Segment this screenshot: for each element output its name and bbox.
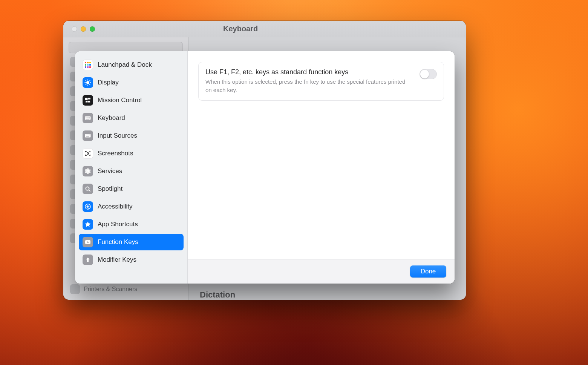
setting-description: When this option is selected, press the … bbox=[205, 78, 412, 94]
svg-rect-41 bbox=[89, 135, 90, 135]
svg-rect-19 bbox=[88, 98, 91, 99]
desktop-wallpaper: Keyboard Printers & Scanner bbox=[0, 0, 588, 365]
svg-line-45 bbox=[89, 190, 90, 192]
sidebar-item-label: Mission Control bbox=[98, 97, 142, 104]
keyboard-icon bbox=[83, 113, 93, 123]
function-keys-icon: fn bbox=[83, 237, 93, 247]
svg-rect-18 bbox=[85, 98, 88, 100]
sidebar-item-spotlight[interactable]: Spotlight bbox=[79, 181, 184, 197]
sidebar-item-services[interactable]: Services bbox=[79, 163, 184, 179]
svg-rect-30 bbox=[86, 118, 86, 119]
svg-rect-38 bbox=[87, 135, 87, 135]
svg-rect-31 bbox=[87, 118, 87, 119]
svg-rect-20 bbox=[88, 100, 91, 100]
sidebar-item-screenshots[interactable]: Screenshots bbox=[79, 145, 184, 162]
minimize-window-button[interactable] bbox=[81, 26, 86, 32]
zoom-window-button[interactable] bbox=[90, 26, 95, 32]
sidebar-item-launchpad[interactable]: Launchpad & Dock bbox=[79, 57, 184, 73]
sheet-sidebar: Launchpad & Dock Display bbox=[75, 51, 188, 284]
sidebar-item-modifier-keys[interactable]: Modifier Keys bbox=[79, 252, 184, 268]
svg-rect-4 bbox=[87, 64, 89, 66]
svg-point-43 bbox=[87, 153, 89, 154]
sheet-footer: Done bbox=[188, 259, 455, 284]
window-titlebar: Keyboard bbox=[63, 21, 466, 37]
svg-rect-34 bbox=[89, 118, 90, 119]
bg-sidebar-item-printers: Printers & Scanners bbox=[84, 286, 137, 293]
display-icon bbox=[83, 77, 93, 88]
close-window-button[interactable] bbox=[72, 26, 77, 32]
svg-rect-26 bbox=[87, 117, 87, 118]
svg-rect-0 bbox=[85, 62, 86, 63]
svg-rect-37 bbox=[86, 135, 86, 135]
svg-rect-8 bbox=[89, 66, 91, 68]
screenshots-icon bbox=[83, 148, 93, 159]
sidebar-item-display[interactable]: Display bbox=[79, 74, 184, 91]
input-sources-icon bbox=[83, 130, 93, 141]
setting-title: Use F1, F2, etc. keys as standard functi… bbox=[205, 68, 412, 76]
sidebar-item-label: Accessibility bbox=[98, 203, 133, 210]
sidebar-item-label: Services bbox=[98, 167, 122, 175]
svg-rect-33 bbox=[89, 118, 89, 119]
sidebar-item-input-sources[interactable]: Input Sources bbox=[79, 127, 184, 144]
accessibility-icon bbox=[83, 201, 93, 212]
sidebar-item-label: Modifier Keys bbox=[98, 256, 136, 264]
svg-rect-3 bbox=[85, 64, 86, 66]
svg-rect-35 bbox=[86, 119, 89, 120]
sidebar-item-label: Spotlight bbox=[98, 185, 122, 193]
svg-rect-7 bbox=[87, 66, 89, 68]
svg-point-47 bbox=[87, 205, 89, 206]
sidebar-item-label: App Shortcuts bbox=[98, 221, 138, 228]
svg-rect-42 bbox=[86, 136, 89, 137]
svg-rect-6 bbox=[85, 66, 86, 68]
svg-rect-29 bbox=[89, 117, 90, 118]
svg-rect-25 bbox=[86, 117, 86, 118]
svg-text:fn: fn bbox=[87, 241, 89, 244]
sidebar-item-accessibility[interactable]: Accessibility bbox=[79, 198, 184, 215]
modifier-keys-icon bbox=[83, 255, 93, 265]
sidebar-item-label: Function Keys bbox=[98, 238, 138, 246]
svg-line-17 bbox=[89, 80, 90, 81]
sidebar-item-keyboard[interactable]: Keyboard bbox=[79, 110, 184, 126]
mission-control-icon bbox=[83, 95, 93, 106]
sidebar-item-label: Input Sources bbox=[98, 132, 137, 140]
fn-keys-toggle[interactable] bbox=[420, 69, 437, 79]
svg-rect-32 bbox=[87, 118, 88, 119]
sidebar-item-label: Keyboard bbox=[98, 114, 125, 122]
svg-rect-1 bbox=[87, 62, 89, 63]
svg-rect-28 bbox=[89, 117, 89, 118]
sidebar-item-mission-control[interactable]: Mission Control bbox=[79, 92, 184, 109]
svg-rect-40 bbox=[89, 135, 89, 135]
svg-point-9 bbox=[86, 81, 89, 84]
svg-rect-39 bbox=[87, 135, 88, 135]
svg-line-14 bbox=[86, 80, 86, 81]
sidebar-item-label: Display bbox=[98, 79, 119, 86]
sheet-content: Use F1, F2, etc. keys as standard functi… bbox=[188, 51, 455, 259]
window-title: Keyboard bbox=[223, 25, 258, 33]
svg-line-16 bbox=[86, 84, 86, 84]
sidebar-item-app-shortcuts[interactable]: App Shortcuts bbox=[79, 216, 184, 233]
bg-section-dictation: Dictation bbox=[200, 290, 455, 300]
keyboard-shortcuts-sheet: Launchpad & Dock Display bbox=[75, 51, 455, 284]
svg-rect-22 bbox=[86, 101, 88, 103]
svg-rect-23 bbox=[88, 101, 90, 103]
done-button[interactable]: Done bbox=[410, 265, 446, 278]
sidebar-item-label: Launchpad & Dock bbox=[98, 61, 152, 69]
svg-rect-5 bbox=[89, 64, 91, 66]
window-traffic-lights bbox=[72, 26, 95, 32]
function-keys-setting-row: Use F1, F2, etc. keys as standard functi… bbox=[198, 62, 444, 101]
app-shortcuts-icon bbox=[83, 219, 93, 230]
launchpad-icon bbox=[83, 60, 93, 70]
sidebar-item-label: Screenshots bbox=[98, 150, 133, 157]
svg-line-15 bbox=[89, 84, 90, 84]
svg-rect-2 bbox=[89, 62, 91, 63]
services-icon bbox=[83, 166, 93, 176]
spotlight-icon bbox=[83, 184, 93, 194]
sidebar-item-function-keys[interactable]: fn Function Keys bbox=[79, 234, 184, 250]
svg-rect-27 bbox=[87, 117, 88, 118]
